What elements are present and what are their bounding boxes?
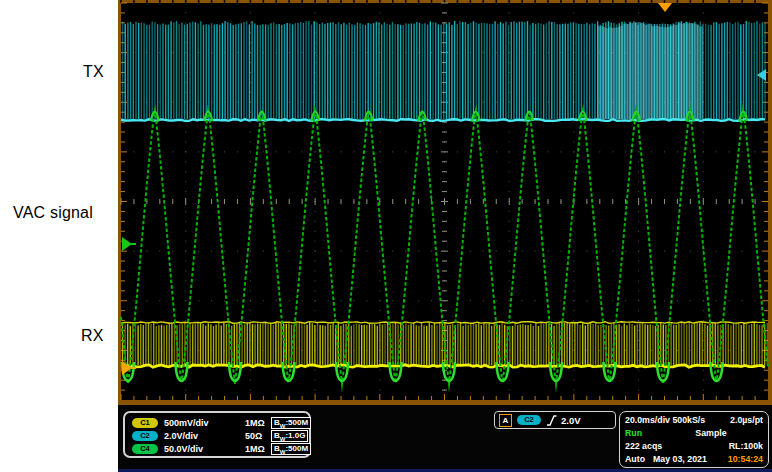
channel-descriptor-box[interactable]: C1 500mV/div 1MΩ BW:500M C2 2.0V/div 50Ω… [123,411,311,458]
channel-bandwidth: BW:1.0G [271,430,308,442]
acquisition-mode: Sample [659,428,763,438]
date: May 03, 2021 [653,454,707,464]
trigger-descriptor-box[interactable]: A C2 2.0V [494,411,616,429]
channel-row-c2[interactable]: C2 2.0V/div 50Ω BW:1.0G [125,429,309,442]
channel-bandwidth: BW:500M [271,443,311,455]
bw-value: :500M [285,444,308,453]
trigger-level: 2.0V [561,415,581,426]
channel-scale: 500mV/div [164,418,209,428]
oscilloscope-screen: C1 500mV/div 1MΩ BW:500M C2 2.0V/div 50Ω… [118,0,772,472]
channel-row-c4[interactable]: C4 50.0V/div 1MΩ BW:500M [125,442,309,455]
channel-impedance: 1MΩ [245,418,265,428]
channel-impedance: 1MΩ [245,444,265,454]
label-tx: TX [83,63,104,81]
sample-interval: 2.0µs/pt [730,415,763,425]
label-vac-signal: VAC signal [13,204,93,222]
channel-badge-c2: C2 [132,431,158,441]
channel-badge-c4: C4 [132,444,158,454]
bw-value: :500M [285,418,308,427]
trigger-source-badge: C2 [517,415,541,425]
channel-impedance: 50Ω [245,431,262,441]
channel-bandwidth: BW:500M [271,417,311,429]
timebase-descriptor-box[interactable]: 20.0ms/div 500kS/s 2.0µs/pt Run Sample 2… [619,411,769,468]
bw-value: :1.0G [285,431,305,440]
rising-edge-icon [546,414,557,427]
acquisition-count: 222 acqs [625,441,662,451]
acquisition-state: Run [625,428,659,438]
channel-scale: 50.0V/div [164,444,203,454]
waveform-display [118,0,772,405]
channel-badge-c1: C1 [132,418,158,428]
channel-row-c1[interactable]: C1 500mV/div 1MΩ BW:500M [125,416,309,429]
label-rx: RX [81,327,104,345]
record-length: RL:100k [729,441,763,451]
channel-scale: 2.0V/div [164,431,198,441]
status-bar: C1 500mV/div 1MΩ BW:500M C2 2.0V/div 50Ω… [118,405,772,472]
trigger-mode-badge: A [499,414,512,427]
trigger-setting: Auto [625,454,645,464]
timebase-scale: 20.0ms/div 500kS/s [625,415,705,425]
clock: 10:54:24 [728,454,763,464]
